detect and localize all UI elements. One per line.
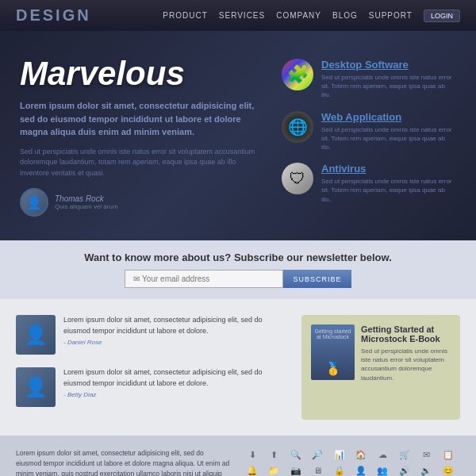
ebook-title: Getting Started at Microstock E-Book: [361, 324, 451, 344]
icon-clipboard: 📋: [442, 448, 455, 461]
logo: DESIGN: [16, 6, 91, 25]
testimonial-1: 👤 Lorem ipsum dolor sit amet, consectetu…: [16, 315, 286, 355]
main-nav: PRODUCT SERVICES COMPANY BLOG SUPPORT LO…: [163, 10, 460, 22]
ebook-inner: Getting started at Microstock 🥇 Getting …: [311, 324, 451, 382]
icon-volume-low: 🔉: [420, 464, 432, 476]
testimonial-1-text: Lorem ipsum dolor sit amet, consectetur …: [63, 315, 286, 336]
hero-features: 🧩 Desktop Software Sed ut perspiciatis u…: [282, 55, 456, 217]
testimonial-2: 👤 Lorem ipsum dolor sit amet, consectetu…: [16, 367, 286, 407]
feature-webapp-desc: Sed ut perspiciatis unde omnis iste natu…: [321, 125, 456, 152]
testimonial-2-author: - Betty Diaz: [63, 391, 286, 398]
testimonial-2-avatar: 👤: [16, 367, 56, 407]
logo-text: DESIGN: [16, 6, 91, 24]
hero-author: 👤 Thomas Rock Quis aliquam vel arum: [20, 188, 266, 217]
puzzle-icon: 🧩: [282, 59, 313, 90]
testimonial-2-text: Lorem ipsum dolor sit amet, consectetur …: [63, 367, 286, 389]
icon-folder: 📁: [267, 464, 280, 476]
subscribe-button[interactable]: SUBSCRIBE: [283, 270, 351, 288]
testimonials: 👤 Lorem ipsum dolor sit amet, consectetu…: [16, 315, 286, 420]
ebook-info: Getting Started at Microstock E-Book Sed…: [361, 324, 451, 382]
hero-title: Marvelous: [20, 55, 266, 93]
shield-icon: 🛡: [282, 163, 313, 194]
nav-support[interactable]: SUPPORT: [369, 11, 413, 20]
icon-camera: 📷: [290, 464, 302, 476]
ebook-card: Getting started at Microstock 🥇 Getting …: [301, 315, 460, 420]
author-avatar: 👤: [20, 188, 48, 217]
icon-search: 🔍: [290, 448, 302, 461]
icon-upload: ⬆: [267, 448, 280, 461]
icon-cart: 🛒: [398, 448, 411, 461]
icon-download: ⬇: [246, 448, 259, 461]
icon-volume: 🔊: [398, 464, 411, 476]
ebook-cover-label: Getting started at Microstock: [313, 328, 352, 340]
header: DESIGN PRODUCT SERVICES COMPANY BLOG SUP…: [0, 0, 476, 31]
hero-subtitle: Lorem ipsum dolor sit amet, consectetur …: [20, 99, 266, 139]
medal-icon: 🥇: [325, 361, 341, 376]
feature-desktop-title[interactable]: Desktop Software: [321, 59, 456, 71]
icons-grid: ⬇ ⬆ 🔍 🔎 📊 🏠 ☁ 🛒 ✉ 📋 🔔 📁 📷 🖥 🔒 👤 👥 🔊 🔉 😊 …: [246, 448, 460, 476]
feature-desktop-text: Desktop Software Sed ut perspiciatis und…: [321, 59, 456, 100]
feature-antivirus-title[interactable]: Antivirus: [321, 163, 456, 175]
nav-services[interactable]: SERVICES: [219, 11, 265, 20]
hero-section: Marvelous Lorem ipsum dolor sit amet, co…: [0, 31, 476, 240]
ebook-desc: Sed ut perspiciatis unde omnis iste natu…: [361, 347, 451, 382]
icon-smile: 😊: [442, 464, 455, 476]
feature-desktop-desc: Sed ut perspiciatis unde omnis iste natu…: [321, 73, 456, 100]
author-subtitle: Quis aliquam vel arum: [55, 203, 118, 210]
newsletter-section: Want to know more about us? Subscribe ou…: [0, 240, 476, 299]
nav-company[interactable]: COMPANY: [276, 11, 321, 20]
icon-monitor: 🖥: [311, 464, 324, 476]
feature-webapp: 🌐 Web Application Sed ut perspiciatis un…: [282, 111, 456, 152]
nav-product[interactable]: PRODUCT: [163, 11, 207, 20]
icon-user: 👤: [355, 464, 367, 476]
feature-desktop: 🧩 Desktop Software Sed ut perspiciatis u…: [282, 59, 456, 100]
feature-antivirus: 🛡 Antivirus Sed ut perspiciatis unde omn…: [282, 163, 456, 204]
content-section: 👤 Lorem ipsum dolor sit amet, consectetu…: [0, 299, 476, 436]
email-input[interactable]: [125, 270, 283, 288]
ebook-cover: Getting started at Microstock 🥇: [311, 324, 355, 380]
icon-group: 👥: [376, 464, 389, 476]
icon-mail: ✉: [420, 448, 432, 461]
icon-lock: 🔒: [333, 464, 346, 476]
newsletter-form: SUBSCRIBE: [16, 270, 460, 288]
feature-antivirus-desc: Sed ut perspiciatis unde omnis iste natu…: [321, 177, 456, 204]
icon-cloud: ☁: [376, 448, 389, 461]
icons-body-text: Lorem ipsum dolor sit amet, consectetur …: [16, 448, 230, 476]
testimonial-1-avatar: 👤: [16, 315, 56, 355]
icon-chart: 📊: [333, 448, 346, 461]
author-name: Thomas Rock: [55, 194, 118, 203]
icon-zoom: 🔎: [311, 448, 324, 461]
icons-section: Lorem ipsum dolor sit amet, consectetur …: [0, 436, 476, 476]
hero-left: Marvelous Lorem ipsum dolor sit amet, co…: [20, 55, 266, 217]
feature-antivirus-text: Antivirus Sed ut perspiciatis unde omnis…: [321, 163, 456, 204]
testimonial-1-author: - Daniel Rose: [63, 339, 286, 346]
feature-webapp-text: Web Application Sed ut perspiciatis unde…: [321, 111, 456, 152]
icon-bell: 🔔: [246, 464, 259, 476]
login-button[interactable]: LOGIN: [424, 10, 460, 22]
hero-body: Sed ut perspiciatis unde omnis iste natu…: [20, 147, 266, 179]
newsletter-heading: Want to know more about us? Subscribe ou…: [16, 251, 460, 263]
nav-blog[interactable]: BLOG: [332, 11, 358, 20]
globe-icon: 🌐: [282, 111, 313, 143]
icon-home: 🏠: [355, 448, 367, 461]
feature-webapp-title[interactable]: Web Application: [321, 111, 456, 123]
